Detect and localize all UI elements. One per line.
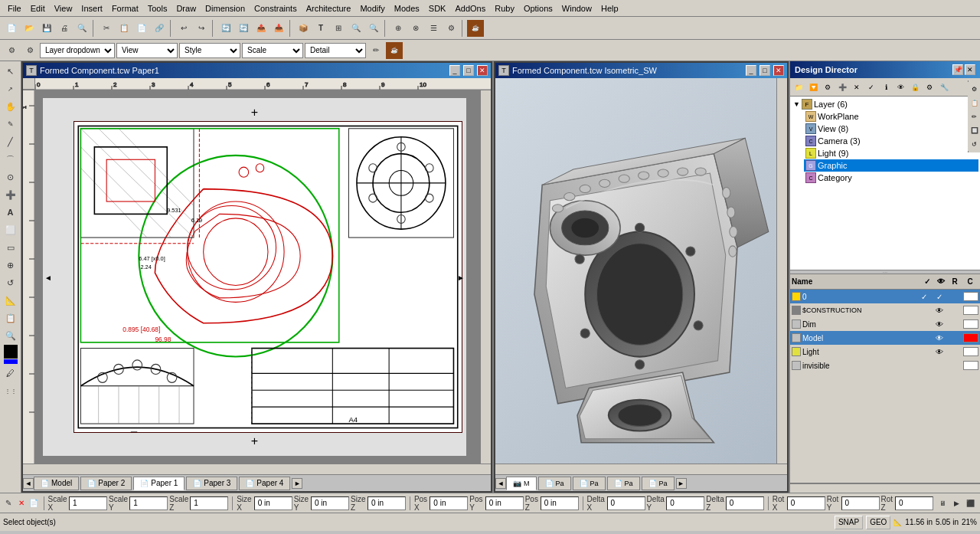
copy-button[interactable]: 📋 <box>116 20 132 37</box>
cad-left-tab-prev[interactable]: ◄ <box>23 478 34 489</box>
rect-tool[interactable]: ▭ <box>2 239 19 256</box>
open-button[interactable]: 📂 <box>21 20 38 37</box>
zoom2-button[interactable]: 🔍 <box>348 20 364 37</box>
pencil-tool[interactable]: ✎ <box>2 116 19 133</box>
cut-button[interactable]: ✂ <box>98 20 115 37</box>
cad-right-maximize[interactable]: □ <box>760 65 770 76</box>
cad-right-tab-prev[interactable]: ◄ <box>495 478 506 489</box>
cad-3d-tab-pa2[interactable]: 📄Pa <box>573 477 606 490</box>
layer-row-dim[interactable]: Dim 👁 <box>790 317 980 331</box>
pan-tool[interactable]: ✋ <box>2 98 19 115</box>
dd-rstrip-2[interactable]: 📋 <box>968 96 981 110</box>
layer-invisible-color[interactable] <box>963 361 978 370</box>
dd-tree-workplane[interactable]: W WorkPlane <box>804 110 978 123</box>
cad-left-minimize[interactable]: _ <box>449 65 460 76</box>
new-button[interactable]: 📄 <box>3 20 20 37</box>
arrow-tool[interactable]: ↗ <box>2 80 19 97</box>
dd-add-icon[interactable]: ➕ <box>835 80 849 94</box>
save-button[interactable]: 💾 <box>38 20 55 37</box>
menu-format[interactable]: Format <box>107 2 143 15</box>
layer-0-vis[interactable]: ✓ <box>933 293 946 301</box>
render-tools-1[interactable]: 🖥 <box>936 496 949 510</box>
detail-dropdown[interactable]: Detail <box>305 43 366 58</box>
menu-options[interactable]: Options <box>519 2 557 15</box>
dd-rstrip-4[interactable]: 🔲 <box>968 123 981 137</box>
dd-bottom-scrollbar[interactable] <box>790 483 980 493</box>
menu-constraints[interactable]: Constraints <box>250 2 302 15</box>
text-tool[interactable]: A <box>2 204 19 221</box>
layer-row-0[interactable]: 0 ✓ ✓ <box>790 290 980 303</box>
layer-dim-vis[interactable]: 👁 <box>933 320 946 329</box>
import-button[interactable]: 📥 <box>270 20 287 37</box>
zoom3-button[interactable]: 🔍 <box>365 20 382 37</box>
cad-3d-tab-m[interactable]: 📷M <box>506 477 537 490</box>
export-button[interactable]: 📤 <box>253 20 270 37</box>
dd-rstrip-5[interactable]: ↺ <box>968 137 981 151</box>
layer-row-invisible[interactable]: invisible <box>790 359 980 372</box>
layer-light-color[interactable] <box>963 347 978 356</box>
dd-eye-icon[interactable]: 👁 <box>893 80 907 94</box>
menu-ruby[interactable]: Ruby <box>490 2 519 15</box>
value-posx[interactable]: 0 in <box>430 496 468 510</box>
pen-tool[interactable]: 🖊 <box>2 365 19 382</box>
layer-light-vis[interactable]: 👁 <box>933 348 946 356</box>
dd-info-icon[interactable]: ℹ <box>879 80 893 94</box>
zoom-tool[interactable]: 🔍 <box>2 327 19 344</box>
menu-draw[interactable]: Draw <box>172 2 201 15</box>
box-tool[interactable]: ⬜ <box>2 221 19 238</box>
cad-right-close[interactable]: ✕ <box>773 65 784 76</box>
dd-close-button[interactable]: ✕ <box>965 64 975 75</box>
paste-button[interactable]: 📄 <box>133 20 150 37</box>
dd-rstrip-3[interactable]: ✏ <box>968 110 981 123</box>
color-tool[interactable] <box>4 359 18 364</box>
cad-right-vscrollbar[interactable] <box>776 78 787 464</box>
cad-left-hscrollbar[interactable] <box>23 464 491 474</box>
link-button[interactable]: 🔗 <box>151 20 168 37</box>
cad-left-close[interactable]: ✕ <box>477 65 488 76</box>
value-rotz[interactable]: 0 <box>895 496 933 510</box>
snap-button[interactable]: ⊕ <box>390 20 407 37</box>
redo-button[interactable]: ↪ <box>193 20 210 37</box>
style-dropdown[interactable]: Style <box>179 43 240 58</box>
value-scalex[interactable]: 1 <box>69 496 107 510</box>
clipboard-tool[interactable]: 📋 <box>2 310 19 326</box>
menu-file[interactable]: File <box>3 2 26 15</box>
dd-lock-icon[interactable]: 🔒 <box>908 80 922 94</box>
layer-construction-color[interactable] <box>963 306 978 315</box>
status-sheet-btn[interactable]: 📄 <box>28 497 40 509</box>
menu-insert[interactable]: Insert <box>77 2 107 15</box>
geo-button-status[interactable]: GEO <box>866 516 890 529</box>
dd-tree-layer6[interactable]: ▼ F Layer (6) <box>792 98 978 110</box>
view-dropdown[interactable]: View <box>116 43 178 58</box>
layer-0-check[interactable]: ✓ <box>917 293 931 301</box>
value-deltaz[interactable]: 0 <box>726 496 764 510</box>
menu-sdk[interactable]: SDK <box>424 2 451 15</box>
value-posz[interactable]: 0 in <box>541 496 579 510</box>
layer-row-construction[interactable]: $CONSTRUCTION 👁 <box>790 303 980 317</box>
layer-dim-color[interactable] <box>963 319 978 329</box>
cad-tab-paper1[interactable]: 📄 Paper 1 <box>133 477 185 490</box>
menu-modify[interactable]: Modify <box>355 2 389 15</box>
grid-button[interactable]: ⊞ <box>330 20 347 37</box>
scale-dropdown[interactable]: Scale <box>242 43 303 58</box>
cad-3d-tab-pa4[interactable]: 📄Pa <box>642 477 675 490</box>
print-button[interactable]: 🖨 <box>56 20 73 37</box>
refresh2-button[interactable]: 🔄 <box>235 20 252 37</box>
menu-tools[interactable]: Tools <box>143 2 172 15</box>
layer-model-vis[interactable]: 👁 <box>933 334 946 342</box>
menu-edit[interactable]: Edit <box>26 2 50 15</box>
layer-0-color[interactable] <box>963 292 978 301</box>
render-tools-2[interactable]: ▶ <box>950 496 962 510</box>
dd-tree-category[interactable]: C Category <box>804 172 978 184</box>
layer-model-color[interactable] <box>963 333 978 342</box>
value-posy[interactable]: 0 in <box>485 496 524 510</box>
layer-construction-vis[interactable]: 👁 <box>933 306 946 315</box>
menu-help[interactable]: Help <box>596 2 623 15</box>
undo-button[interactable]: ↩ <box>175 20 192 37</box>
zoom-button[interactable]: 🔍 <box>74 20 90 37</box>
layer-dropdown[interactable]: Layer dropdown <box>40 43 115 58</box>
value-rotx[interactable]: 0 <box>787 496 825 510</box>
rotate-tool[interactable]: ↺ <box>2 274 19 291</box>
list-button[interactable]: ☰ <box>425 20 442 37</box>
value-sizex[interactable]: 0 in <box>254 496 292 510</box>
